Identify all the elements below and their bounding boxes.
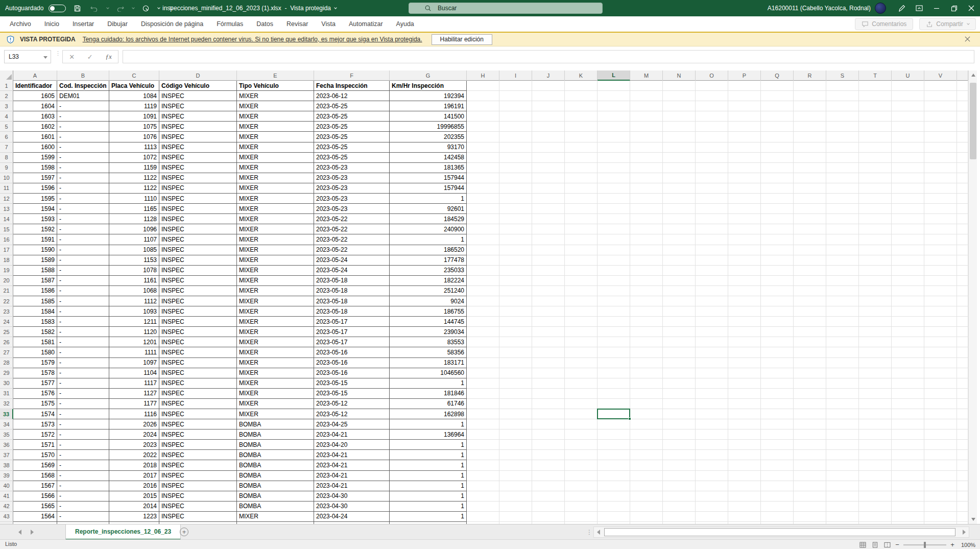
- cell-V6[interactable]: [924, 132, 957, 142]
- cell-K19[interactable]: [565, 266, 597, 276]
- cell-S33[interactable]: [826, 409, 859, 419]
- cell-C31[interactable]: 1127: [109, 389, 159, 399]
- cell-T33[interactable]: [859, 409, 892, 419]
- new-sheet-button[interactable]: +: [180, 528, 188, 536]
- cell-J2[interactable]: [532, 91, 565, 101]
- cell-U16[interactable]: [892, 234, 924, 245]
- row-header-39[interactable]: 39: [0, 471, 13, 481]
- cell-Q20[interactable]: [761, 276, 794, 286]
- cell-M42[interactable]: [630, 502, 663, 512]
- cell-G25[interactable]: 239034: [390, 327, 467, 337]
- cell-S27[interactable]: [826, 347, 859, 357]
- cell-O6[interactable]: [696, 132, 728, 142]
- cell-U21[interactable]: [892, 286, 924, 296]
- row-header-20[interactable]: 20: [0, 276, 13, 286]
- cell-T25[interactable]: [859, 327, 892, 337]
- cell-I18[interactable]: [499, 255, 532, 266]
- cell-Q14[interactable]: [761, 214, 794, 224]
- cell-D34[interactable]: INSPEC: [159, 419, 237, 429]
- redo-dropdown-icon[interactable]: [132, 6, 135, 9]
- cell-S40[interactable]: [826, 481, 859, 491]
- cell-P31[interactable]: [728, 389, 761, 399]
- cell-A9[interactable]: 1598: [13, 163, 57, 173]
- cell-E7[interactable]: MIXER: [237, 142, 314, 153]
- cell-S1[interactable]: [826, 81, 859, 91]
- cell-S24[interactable]: [826, 317, 859, 327]
- cell-G28[interactable]: 183171: [390, 358, 467, 368]
- cell-Q13[interactable]: [761, 204, 794, 214]
- cell-C8[interactable]: 1072: [109, 153, 159, 163]
- cell-L37[interactable]: [597, 450, 630, 460]
- cell-H42[interactable]: [467, 502, 499, 512]
- cell-U14[interactable]: [892, 214, 924, 224]
- cell-A4[interactable]: 1603: [13, 111, 57, 122]
- cell-J10[interactable]: [532, 173, 565, 183]
- cell-H37[interactable]: [467, 450, 499, 460]
- title-dropdown-icon[interactable]: [334, 6, 337, 9]
- cell-P21[interactable]: [728, 286, 761, 296]
- save-icon[interactable]: [71, 2, 83, 14]
- cell-P29[interactable]: [728, 368, 761, 378]
- cell-J22[interactable]: [532, 296, 565, 306]
- cell-K38[interactable]: [565, 460, 597, 470]
- cell-V9[interactable]: [924, 163, 957, 173]
- cell-B5[interactable]: -: [57, 122, 109, 132]
- cell-O38[interactable]: [696, 460, 728, 470]
- cell-E21[interactable]: MIXER: [237, 286, 314, 296]
- cell-E41[interactable]: BOMBA: [237, 491, 314, 502]
- cell-E13[interactable]: MIXER: [237, 204, 314, 214]
- cell-A38[interactable]: 1569: [13, 460, 57, 470]
- cell-L6[interactable]: [597, 132, 630, 142]
- minimize-button[interactable]: [928, 0, 945, 16]
- cell-B13[interactable]: -: [57, 204, 109, 214]
- cell-U24[interactable]: [892, 317, 924, 327]
- cell-O8[interactable]: [696, 153, 728, 163]
- cell-C42[interactable]: 2014: [109, 502, 159, 512]
- cell-G13[interactable]: 92601: [390, 204, 467, 214]
- cell-P22[interactable]: [728, 296, 761, 306]
- cell-N1[interactable]: [663, 81, 696, 91]
- cell-M34[interactable]: [630, 419, 663, 429]
- cell-C21[interactable]: 1068: [109, 286, 159, 296]
- cell-B2[interactable]: DEM01: [57, 91, 109, 101]
- cell-A10[interactable]: 1597: [13, 173, 57, 183]
- cell-A43[interactable]: 1564: [13, 512, 57, 522]
- cell-R19[interactable]: [794, 266, 826, 276]
- cell-G29[interactable]: 1046560: [390, 368, 467, 378]
- cell-C30[interactable]: 1117: [109, 378, 159, 389]
- cell-P24[interactable]: [728, 317, 761, 327]
- cell-K6[interactable]: [565, 132, 597, 142]
- cell-I10[interactable]: [499, 173, 532, 183]
- cell-Q35[interactable]: [761, 429, 794, 440]
- cell-D35[interactable]: INSPEC: [159, 429, 237, 440]
- cell-H23[interactable]: [467, 306, 499, 317]
- row-header-31[interactable]: 31: [0, 389, 13, 399]
- cell-P12[interactable]: [728, 194, 761, 204]
- cell-O14[interactable]: [696, 214, 728, 224]
- cell-G36[interactable]: 1: [390, 440, 467, 450]
- cell-L35[interactable]: [597, 429, 630, 440]
- cell-J7[interactable]: [532, 142, 565, 153]
- cell-V34[interactable]: [924, 419, 957, 429]
- cell-B38[interactable]: -: [57, 460, 109, 470]
- row-header-27[interactable]: 27: [0, 347, 13, 357]
- close-button[interactable]: [963, 0, 980, 16]
- cell-M22[interactable]: [630, 296, 663, 306]
- zoom-slider[interactable]: [903, 544, 946, 545]
- cell-I16[interactable]: [499, 234, 532, 245]
- cell-E3[interactable]: MIXER: [237, 101, 314, 111]
- cell-G7[interactable]: 93170: [390, 142, 467, 153]
- cell-H21[interactable]: [467, 286, 499, 296]
- cell-K4[interactable]: [565, 111, 597, 122]
- cell-T12[interactable]: [859, 194, 892, 204]
- cell-F20[interactable]: 2023-05-18: [314, 276, 390, 286]
- restore-button[interactable]: [945, 0, 963, 16]
- cell-D26[interactable]: INSPEC: [159, 337, 237, 347]
- cell-S7[interactable]: [826, 142, 859, 153]
- cell-J20[interactable]: [532, 276, 565, 286]
- cell-M3[interactable]: [630, 101, 663, 111]
- cell-L31[interactable]: [597, 389, 630, 399]
- insert-function-icon[interactable]: ƒx: [105, 53, 111, 61]
- cell-U30[interactable]: [892, 378, 924, 389]
- cell-I41[interactable]: [499, 491, 532, 502]
